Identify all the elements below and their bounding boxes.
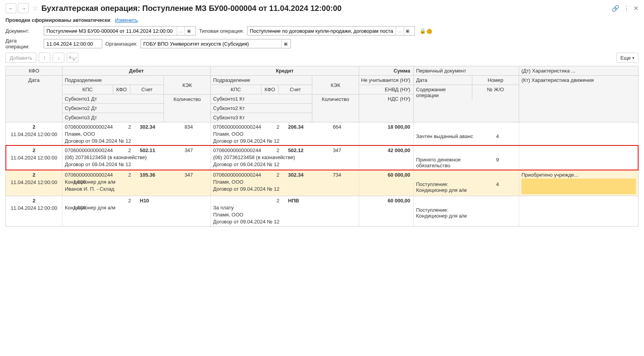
close-icon[interactable]: ✕ xyxy=(633,5,639,12)
table-row[interactable]: 211.04.2024 12:00:002Н10Кондиционер для … xyxy=(6,196,638,226)
ellipsis-icon[interactable]: … xyxy=(396,27,404,35)
entries-grid: КФО Дата Дебет Подразделение КПС КФО Сче… xyxy=(5,66,639,227)
selection-marker xyxy=(521,179,636,194)
document-label: Документ: xyxy=(5,28,41,34)
star-small-icon: ⬤ xyxy=(427,28,432,34)
dtkt-button[interactable]: AтKт xyxy=(67,53,78,63)
table-row[interactable]: 211.04.2024 12:00:0007060000000000244210… xyxy=(6,170,638,196)
op-date-label: Дата операции: xyxy=(5,38,41,50)
move-up-button[interactable]: ↑ xyxy=(39,53,50,63)
document-field[interactable]: … ▣ xyxy=(44,26,196,35)
link-icon[interactable]: 🔗 xyxy=(612,5,619,12)
col-date: Дата xyxy=(6,76,62,85)
typical-op-label: Типовая операция: xyxy=(199,28,244,34)
back-button[interactable]: ← xyxy=(5,3,16,13)
auto-entries-text: Проводки сформированы автоматически Изме… xyxy=(5,17,639,23)
col-debet: Дебет xyxy=(62,66,210,76)
change-link[interactable]: Изменить xyxy=(115,17,138,23)
header-bar: ← → ☆ Бухгалтерская операция: Поступлени… xyxy=(5,3,639,13)
page-title: Бухгалтерская операция: Поступление МЗ Б… xyxy=(41,4,608,13)
org-field[interactable]: ▣ xyxy=(141,39,291,48)
org-label: Организация: xyxy=(105,41,137,47)
kebab-icon[interactable]: ⋮ xyxy=(623,5,630,12)
move-down-button[interactable]: ↓ xyxy=(53,53,64,63)
table-row[interactable]: 211.04.2024 12:00:0007060000000000244230… xyxy=(6,122,638,145)
table-row[interactable]: 211.04.2024 12:00:0007060000000000244250… xyxy=(6,145,638,170)
favorite-icon[interactable]: ☆ xyxy=(32,4,38,12)
grid-header: КФО Дата Дебет Подразделение КПС КФО Сче… xyxy=(6,66,638,122)
op-date-field[interactable] xyxy=(44,39,102,48)
open-icon[interactable]: ▣ xyxy=(185,27,192,35)
grid-toolbar: Добавить ↑ ↓ AтKт Еще xyxy=(5,53,639,63)
col-kfo: КФО xyxy=(6,66,62,76)
col-credit: Кредит xyxy=(211,66,359,76)
typical-op-field[interactable]: … ▣ xyxy=(247,26,415,35)
ellipsis-icon[interactable]: … xyxy=(177,27,185,35)
lock-icon: 🔒 xyxy=(420,28,426,34)
forward-button[interactable]: → xyxy=(18,3,29,13)
more-button[interactable]: Еще xyxy=(616,53,639,63)
open-icon[interactable]: ▣ xyxy=(404,27,411,35)
add-button[interactable]: Добавить xyxy=(5,53,36,63)
open-icon[interactable]: ▣ xyxy=(281,39,289,48)
